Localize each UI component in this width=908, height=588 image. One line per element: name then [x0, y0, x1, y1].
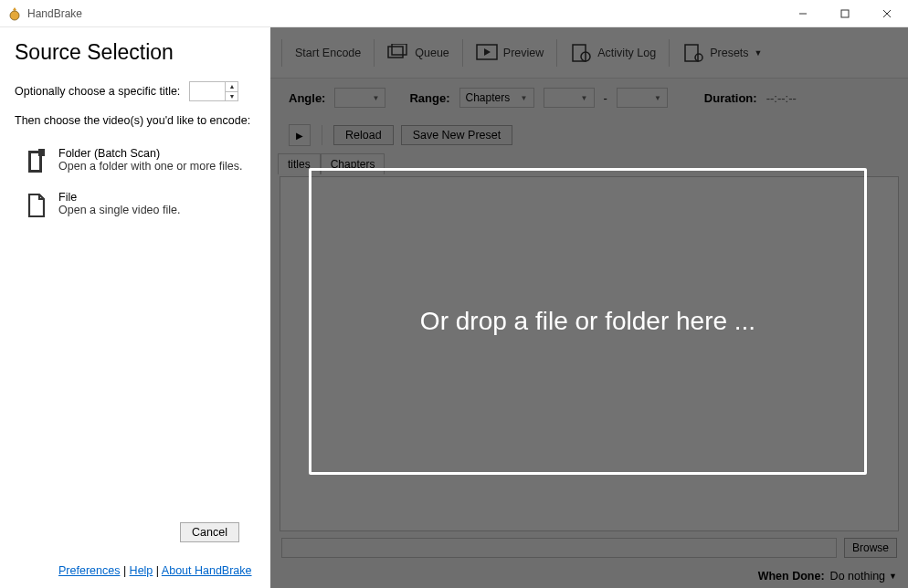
duration-value: --:--:-- [766, 91, 797, 105]
tab-content [280, 176, 899, 531]
save-destination-row: Browse [270, 531, 908, 564]
range-type-select[interactable]: Chapters▼ [459, 88, 534, 108]
destination-path-input[interactable] [281, 538, 837, 558]
svg-rect-9 [392, 44, 406, 55]
when-done-value: Do nothing [830, 570, 885, 583]
svg-rect-8 [388, 47, 403, 58]
source-selection-heading: Source Selection [15, 40, 258, 65]
title-number-input[interactable] [190, 82, 225, 100]
stepper-down-icon[interactable]: ▼ [226, 92, 238, 101]
preview-button[interactable]: Preview [467, 38, 553, 68]
optional-title-row: Optionally choose a specific title: ▲ ▼ [15, 81, 258, 101]
queue-icon [387, 44, 409, 62]
tabs-row: titles Chapters [270, 153, 908, 174]
svg-point-0 [10, 11, 19, 20]
cancel-button[interactable]: Cancel [180, 522, 239, 542]
duration-label: Duration: [704, 91, 757, 105]
tab-titles[interactable]: titles [278, 153, 321, 174]
status-bar: When Done: Do nothing ▼ [270, 564, 908, 588]
svg-marker-11 [484, 48, 491, 56]
preferences-link[interactable]: Preferences [58, 564, 120, 577]
app-icon [7, 6, 22, 21]
presets-button[interactable]: Presets ▼ [673, 38, 771, 68]
footer-links: Preferences | Help | About HandBrake [15, 564, 258, 581]
maximize-button[interactable] [824, 0, 866, 27]
main-area: Start Encode Queue Preview Activity Log [270, 27, 908, 588]
activity-log-button[interactable]: Activity Log [561, 38, 665, 68]
folder-option-title: Folder (Batch Scan) [58, 147, 243, 160]
play-button[interactable]: ▶ [289, 124, 311, 146]
folder-option-desc: Open a folder with one or more files. [58, 160, 243, 173]
chevron-down-icon: ▼ [755, 48, 763, 58]
queue-label: Queue [415, 47, 449, 59]
source-selection-panel: Source Selection Optionally choose a spe… [0, 27, 270, 588]
queue-button[interactable]: Queue [378, 38, 459, 68]
link-sep: | [120, 564, 129, 577]
titlebar: HandBrake [0, 0, 908, 27]
file-icon [26, 193, 48, 218]
svg-point-15 [695, 54, 702, 61]
svg-rect-7 [38, 149, 45, 156]
main-toolbar: Start Encode Queue Preview Activity Log [270, 27, 908, 79]
start-encode-label: Start Encode [295, 47, 361, 59]
chevron-down-icon: ▼ [889, 572, 897, 581]
when-done-label: When Done: [758, 570, 825, 583]
window-controls [782, 0, 908, 27]
preview-label: Preview [503, 47, 544, 59]
activity-log-icon [570, 44, 592, 62]
presets-label: Presets [710, 47, 748, 59]
svg-rect-2 [841, 10, 849, 17]
range-label: Range: [409, 91, 449, 105]
when-done-select[interactable]: Do nothing ▼ [830, 570, 897, 583]
tab-chapters[interactable]: Chapters [321, 153, 385, 174]
reload-preset-button[interactable]: Reload [333, 125, 394, 145]
file-option-title: File [58, 191, 180, 204]
stepper-up-icon[interactable]: ▲ [226, 82, 238, 92]
link-sep: | [153, 564, 162, 577]
preset-actions-row: ▶ Reload Save New Preset [270, 117, 908, 153]
about-link[interactable]: About HandBrake [162, 564, 252, 577]
open-folder-option[interactable]: Folder (Batch Scan) Open a folder with o… [15, 143, 258, 187]
angle-label: Angle: [289, 91, 325, 105]
title-number-stepper[interactable]: ▲ ▼ [189, 81, 238, 101]
main-ui: Start Encode Queue Preview Activity Log [270, 27, 908, 588]
encode-params-row: Angle: ▼ Range: Chapters▼ ▼ - ▼ Duration… [270, 79, 908, 117]
encode-instruction: Then choose the video(s) you'd like to e… [15, 114, 258, 127]
range-start-select[interactable]: ▼ [544, 88, 595, 108]
save-new-preset-button[interactable]: Save New Preset [401, 125, 513, 145]
activity-log-label: Activity Log [597, 47, 656, 59]
svg-rect-6 [31, 153, 39, 170]
range-type-value: Chapters [466, 91, 511, 104]
help-link[interactable]: Help [130, 564, 153, 577]
minimize-button[interactable] [782, 0, 824, 27]
range-end-select[interactable]: ▼ [617, 88, 668, 108]
play-icon: ▶ [296, 131, 303, 141]
preview-icon [476, 44, 498, 62]
range-dash: - [604, 91, 607, 105]
optional-title-label: Optionally choose a specific title: [15, 85, 180, 98]
folder-icon [26, 149, 48, 174]
file-option-desc: Open a single video file. [58, 204, 180, 216]
start-encode-button[interactable]: Start Encode [286, 41, 370, 65]
close-button[interactable] [866, 0, 908, 27]
angle-select[interactable]: ▼ [334, 88, 385, 108]
app-title: HandBrake [27, 7, 82, 20]
presets-icon [682, 44, 704, 62]
browse-button[interactable]: Browse [844, 538, 897, 558]
open-file-option[interactable]: File Open a single video file. [15, 187, 258, 231]
